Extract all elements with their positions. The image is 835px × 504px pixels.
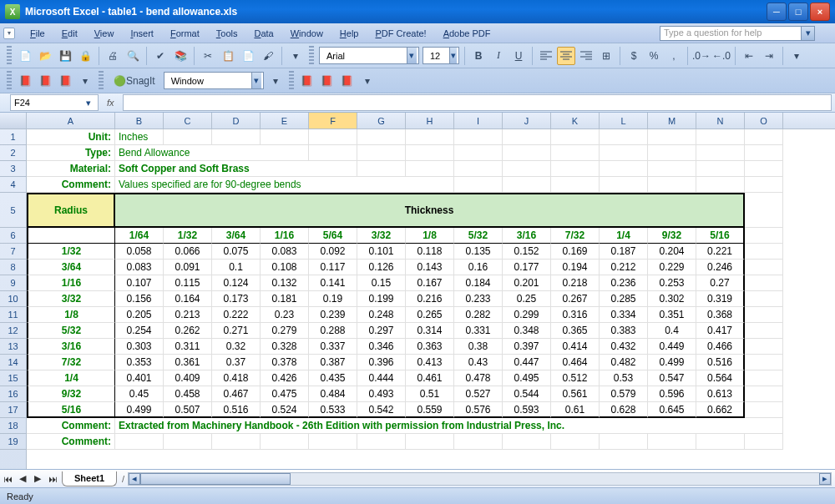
data-cell[interactable]: 0.108 — [261, 260, 309, 275]
cell[interactable] — [600, 434, 648, 450]
data-cell[interactable]: 0.107 — [115, 275, 164, 291]
data-cell[interactable]: 0.432 — [600, 339, 648, 355]
data-cell[interactable]: 0.152 — [503, 244, 551, 260]
cell[interactable] — [406, 145, 454, 161]
row-header[interactable]: 11 — [0, 307, 26, 323]
data-cell[interactable]: 0.61 — [551, 402, 600, 418]
data-cell[interactable]: 0.311 — [164, 339, 212, 355]
data-cell[interactable]: 0.51 — [406, 386, 454, 402]
cell[interactable] — [357, 161, 406, 177]
cell[interactable] — [309, 434, 357, 450]
cell[interactable] — [309, 145, 357, 161]
row-header[interactable]: 9 — [0, 275, 26, 291]
data-cell[interactable]: 0.547 — [648, 370, 696, 386]
data-cell[interactable]: 0.194 — [551, 260, 600, 275]
data-cell[interactable]: 0.414 — [551, 339, 600, 355]
cell[interactable] — [745, 291, 783, 307]
thickness-col-head[interactable]: 1/32 — [164, 228, 212, 244]
data-cell[interactable]: 0.279 — [261, 323, 309, 339]
data-cell[interactable]: 0.229 — [648, 260, 696, 275]
data-cell[interactable]: 0.331 — [454, 323, 503, 339]
data-cell[interactable]: 0.383 — [600, 323, 648, 339]
cell[interactable] — [454, 129, 503, 145]
label-unit[interactable]: Unit: — [27, 129, 115, 145]
row-header[interactable]: 19 — [0, 434, 26, 450]
cell[interactable] — [551, 434, 600, 450]
data-cell[interactable]: 0.299 — [503, 307, 551, 323]
data-cell[interactable]: 0.478 — [454, 370, 503, 386]
cell[interactable] — [454, 161, 503, 177]
radius-row-head[interactable]: 3/64 — [27, 260, 115, 275]
increase-indent-button[interactable]: ⇥ — [760, 47, 778, 65]
data-cell[interactable]: 0.467 — [212, 386, 261, 402]
cell[interactable] — [648, 434, 696, 450]
data-cell[interactable]: 0.499 — [648, 355, 696, 370]
cell[interactable] — [454, 145, 503, 161]
thickness-col-head[interactable]: 1/64 — [115, 228, 164, 244]
data-cell[interactable]: 0.43 — [454, 355, 503, 370]
row-header[interactable]: 15 — [0, 370, 26, 386]
cell[interactable] — [696, 145, 745, 161]
thickness-col-head[interactable]: 3/16 — [503, 228, 551, 244]
cell[interactable] — [745, 275, 783, 291]
menu-help[interactable]: Help — [331, 28, 367, 38]
cell[interactable] — [309, 161, 357, 177]
data-cell[interactable]: 0.495 — [503, 370, 551, 386]
radius-row-head[interactable]: 5/16 — [27, 402, 115, 418]
data-cell[interactable]: 0.246 — [696, 260, 745, 275]
cell[interactable] — [600, 145, 648, 161]
data-cell[interactable]: 0.212 — [600, 260, 648, 275]
formula-bar[interactable] — [123, 94, 832, 111]
cell[interactable] — [648, 145, 696, 161]
radius-row-head[interactable]: 5/32 — [27, 323, 115, 339]
toolbar-options-4[interactable]: ▾ — [266, 72, 285, 90]
data-cell[interactable]: 0.596 — [648, 386, 696, 402]
data-cell[interactable]: 0.288 — [309, 323, 357, 339]
column-header[interactable]: K — [551, 113, 600, 129]
cell[interactable] — [600, 161, 648, 177]
header-radius[interactable]: Radius — [27, 193, 115, 228]
paste-button[interactable]: 📄 — [239, 47, 257, 65]
row-header[interactable]: 18 — [0, 418, 26, 434]
data-cell[interactable]: 0.167 — [406, 275, 454, 291]
copy-button[interactable]: 📋 — [219, 47, 237, 65]
data-cell[interactable]: 0.271 — [212, 323, 261, 339]
thickness-col-head[interactable]: 5/16 — [696, 228, 745, 244]
data-cell[interactable]: 0.524 — [261, 402, 309, 418]
row-header[interactable]: 17 — [0, 402, 26, 418]
cell[interactable] — [745, 129, 783, 145]
data-cell[interactable]: 0.527 — [454, 386, 503, 402]
data-cell[interactable]: 0.092 — [309, 244, 357, 260]
snagit-input[interactable] — [170, 75, 248, 87]
data-cell[interactable]: 0.444 — [357, 370, 406, 386]
tab-nav-prev[interactable]: ◀ — [15, 471, 30, 486]
data-cell[interactable]: 0.363 — [406, 339, 454, 355]
row-header[interactable]: 16 — [0, 386, 26, 402]
data-cell[interactable]: 0.507 — [164, 402, 212, 418]
permission-button[interactable]: 🔒 — [76, 47, 94, 65]
cell[interactable] — [357, 129, 406, 145]
data-cell[interactable]: 0.201 — [503, 275, 551, 291]
data-cell[interactable]: 0.475 — [261, 386, 309, 402]
cell[interactable] — [648, 129, 696, 145]
data-cell[interactable]: 0.397 — [503, 339, 551, 355]
row-header[interactable]: 6 — [0, 228, 26, 244]
toolbar-options-2[interactable]: ▾ — [787, 47, 806, 65]
currency-button[interactable]: $ — [625, 47, 643, 65]
scroll-right-button[interactable]: ▸ — [819, 473, 831, 485]
data-cell[interactable]: 0.19 — [309, 291, 357, 307]
data-cell[interactable]: 0.101 — [357, 244, 406, 260]
data-cell[interactable]: 0.378 — [261, 355, 309, 370]
print-preview-button[interactable]: 🔍 — [124, 47, 142, 65]
data-cell[interactable]: 0.353 — [115, 355, 164, 370]
value-unit[interactable]: Inches — [115, 129, 164, 145]
thickness-col-head[interactable]: 1/8 — [406, 228, 454, 244]
close-button[interactable]: × — [810, 3, 830, 21]
thickness-col-head[interactable]: 5/64 — [309, 228, 357, 244]
value-comment-18[interactable]: Extracted from Machinery Handbook - 26th… — [115, 418, 745, 434]
menu-format[interactable]: Format — [162, 28, 208, 38]
data-cell[interactable]: 0.297 — [357, 323, 406, 339]
column-header[interactable]: N — [696, 113, 745, 129]
font-size-combo[interactable]: ▾ — [423, 47, 459, 64]
label-comment-19[interactable]: Comment: — [27, 434, 115, 450]
